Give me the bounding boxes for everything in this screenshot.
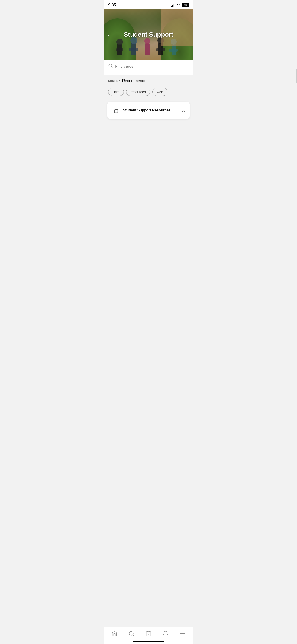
back-button[interactable]: ‹	[107, 32, 109, 38]
svg-rect-6	[145, 43, 150, 55]
svg-rect-13	[169, 49, 178, 52]
chevron-down-icon	[150, 79, 153, 83]
svg-line-15	[112, 67, 112, 68]
search-section	[104, 60, 194, 75]
sort-label: SORT BY	[108, 80, 120, 82]
wall-background	[161, 9, 194, 46]
battery-icon: 93	[182, 3, 189, 7]
svg-rect-2	[116, 48, 123, 51]
search-bar	[108, 64, 189, 72]
bookmark-icon[interactable]	[181, 107, 186, 114]
svg-rect-5	[130, 48, 138, 51]
sort-dropdown[interactable]: Recommended	[122, 78, 153, 83]
status-time: 9:35	[108, 3, 116, 7]
wifi-icon	[176, 3, 180, 7]
hero-section: ‹ Student Support	[104, 9, 194, 60]
cards-section: Student Support Resources	[104, 100, 194, 124]
hero-title: Student Support	[124, 31, 173, 38]
svg-rect-16	[115, 110, 118, 113]
search-icon	[108, 64, 113, 69]
card-student-support-resources[interactable]: Student Support Resources	[107, 102, 190, 119]
status-icons: 93	[171, 3, 189, 7]
card-copy-icon	[111, 106, 120, 115]
svg-rect-10	[156, 48, 165, 51]
filter-section: links resources web	[104, 86, 194, 100]
card-title: Student Support Resources	[123, 108, 178, 112]
sort-section: SORT BY Recommended	[104, 75, 194, 86]
filter-resources[interactable]: resources	[126, 88, 150, 96]
filter-links[interactable]: links	[108, 88, 124, 96]
status-bar: 9:35 93	[104, 0, 194, 9]
main-content: SORT BY Recommended links resources web	[104, 60, 194, 124]
filter-web[interactable]: web	[152, 88, 168, 96]
svg-point-1	[116, 39, 123, 45]
signal-icon	[171, 4, 175, 7]
svg-point-7	[144, 38, 150, 44]
sort-value: Recommended	[122, 78, 148, 83]
search-input[interactable]	[115, 64, 189, 69]
